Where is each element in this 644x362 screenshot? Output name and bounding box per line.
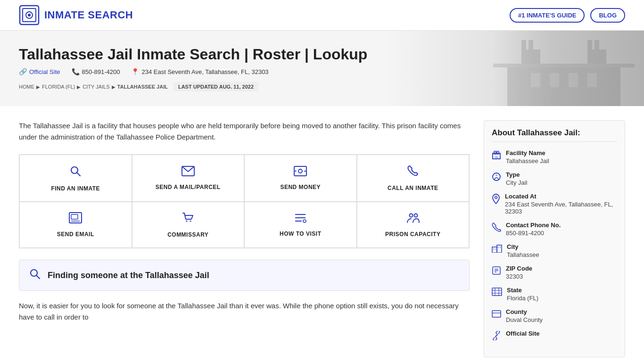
action-send-money[interactable]: SEND MONEY	[244, 155, 357, 202]
logo-icon	[19, 5, 40, 25]
county-label: County	[506, 308, 543, 315]
action-grid: FIND AN INMATE SEND A MAIL/PARCEL	[19, 154, 470, 248]
breadcrumb-home[interactable]: HOME	[19, 84, 34, 90]
breadcrumb-sep-2: ▶	[77, 84, 81, 90]
search-icon	[69, 165, 82, 181]
state-icon	[492, 288, 502, 298]
content-area: The Tallahassee Jail is a facility that …	[19, 120, 470, 357]
svg-rect-45	[493, 248, 494, 250]
sidebar-county: County Duval County	[492, 308, 617, 323]
mail-icon	[182, 166, 195, 179]
svg-point-20	[298, 169, 302, 173]
phone-label: Contact Phone No.	[506, 222, 561, 229]
city-icon	[492, 244, 502, 255]
phone-call-icon	[407, 165, 419, 180]
zip-value: 32303	[506, 273, 532, 280]
sidebar: About Tallahassee Jail: Facility Name Ta…	[484, 120, 625, 357]
action-how-to-visit[interactable]: HOW TO VISIT	[244, 202, 357, 248]
action-commissary[interactable]: COMMISSARY	[132, 202, 245, 248]
finding-section: Finding someone at the Tallahassee Jail	[19, 260, 470, 291]
svg-point-27	[190, 221, 191, 222]
visit-icon	[294, 213, 306, 226]
action-send-mail-label: SEND A MAIL/PARCEL	[156, 184, 221, 190]
sidebar-phone: Contact Phone No. 850-891-4200	[492, 222, 617, 237]
sidebar-type: Type City Jail	[492, 171, 617, 186]
facility-name-value: Tallahassee Jail	[506, 157, 549, 165]
located-at-value: 234 East Seventh Ave, Tallahassee, FL, 3…	[505, 201, 617, 215]
svg-point-26	[186, 221, 187, 222]
action-send-email[interactable]: SEND EMAIL	[19, 202, 132, 248]
located-at-label: Located At	[505, 193, 617, 200]
body-text: Now, it is easier for you to look for so…	[19, 300, 470, 323]
finding-title: Finding someone at the Tallahassee Jail	[48, 271, 209, 280]
state-label: State	[507, 287, 538, 294]
header: INMATE SEARCH #1 INMATE'S GUIDE BLOG	[0, 0, 644, 31]
sidebar-state: State Florida (FL)	[492, 287, 617, 302]
email-icon	[69, 212, 82, 226]
type-label: Type	[506, 171, 528, 178]
breadcrumb-florida[interactable]: FLORIDA (FL)	[42, 84, 75, 90]
blog-button[interactable]: BLOG	[590, 8, 625, 23]
phone-value: 850-891-4200	[82, 68, 120, 75]
action-send-money-label: SEND MONEY	[280, 184, 321, 190]
action-send-mail[interactable]: SEND A MAIL/PARCEL	[132, 155, 245, 202]
address-meta: 📍 234 East Seventh Ave, Tallahassee, FL,…	[131, 68, 268, 75]
svg-line-17	[77, 173, 81, 176]
facility-name-label: Facility Name	[506, 149, 549, 156]
zip-label: ZIP Code	[506, 265, 532, 272]
main-content: The Tallahassee Jail is a facility that …	[0, 106, 644, 362]
located-at-icon	[492, 194, 500, 206]
action-prison-capacity[interactable]: PRISON CAPACITY	[357, 202, 470, 248]
svg-rect-8	[528, 40, 533, 52]
type-value: City Jail	[506, 179, 528, 186]
sidebar-located-at: Located At 234 East Seventh Ave, Tallaha…	[492, 193, 617, 215]
svg-rect-14	[569, 73, 578, 87]
action-call-inmate-label: CALL AN INMATE	[388, 185, 438, 191]
svg-point-42	[495, 197, 497, 199]
phone-meta: 📞 850-891-4200	[72, 68, 120, 75]
cart-icon	[182, 212, 194, 227]
logo-link[interactable]: INMATE SEARCH	[19, 5, 133, 25]
city-value: Tallahassee	[507, 251, 539, 258]
official-site-link[interactable]: Official Site	[29, 68, 60, 75]
svg-point-41	[495, 174, 497, 176]
svg-rect-9	[587, 40, 592, 52]
jail-silhouette-icon	[493, 35, 635, 106]
last-updated-badge: LAST UPDATED AUG. 11, 2022	[173, 82, 258, 91]
action-how-to-visit-label: HOW TO VISIT	[280, 230, 321, 237]
svg-rect-43	[492, 247, 497, 253]
action-find-inmate[interactable]: FIND AN INMATE	[19, 155, 132, 202]
breadcrumb-sep-1: ▶	[36, 84, 40, 90]
svg-rect-6	[587, 49, 606, 73]
action-send-email-label: SEND EMAIL	[57, 231, 94, 238]
svg-point-22	[305, 171, 306, 172]
finding-search-icon	[29, 268, 41, 283]
location-icon: 📍	[131, 68, 139, 75]
svg-point-21	[295, 171, 297, 172]
breadcrumb-current: TALLAHASSEE JAIL	[117, 84, 168, 90]
svg-rect-58	[492, 311, 501, 317]
official-site-label: Official Site	[506, 330, 540, 337]
description-text: The Tallahassee Jail is a facility that …	[19, 120, 470, 143]
action-call-inmate[interactable]: CALL AN INMATE	[357, 155, 470, 202]
state-value: Florida (FL)	[507, 295, 538, 302]
svg-rect-44	[497, 245, 502, 253]
breadcrumb-city-jails[interactable]: CITY JAILS	[83, 84, 109, 90]
phone-value: 850-891-4200	[506, 230, 561, 237]
svg-rect-7	[521, 40, 526, 52]
type-icon	[492, 172, 501, 184]
svg-point-3	[28, 14, 31, 16]
svg-rect-53	[492, 288, 502, 296]
sidebar-zip: ZIP Code 32303	[492, 265, 617, 280]
svg-rect-13	[550, 73, 559, 87]
svg-line-35	[37, 276, 40, 279]
official-site-icon	[492, 331, 501, 343]
svg-rect-15	[587, 73, 597, 87]
svg-rect-24	[71, 214, 78, 219]
zip-icon	[492, 266, 501, 278]
sidebar-phone-icon	[492, 222, 501, 234]
city-label: City	[507, 243, 539, 250]
guide-button[interactable]: #1 INMATE'S GUIDE	[510, 8, 585, 23]
sidebar-city: City Tallahassee	[492, 243, 617, 258]
svg-point-33	[414, 214, 417, 217]
